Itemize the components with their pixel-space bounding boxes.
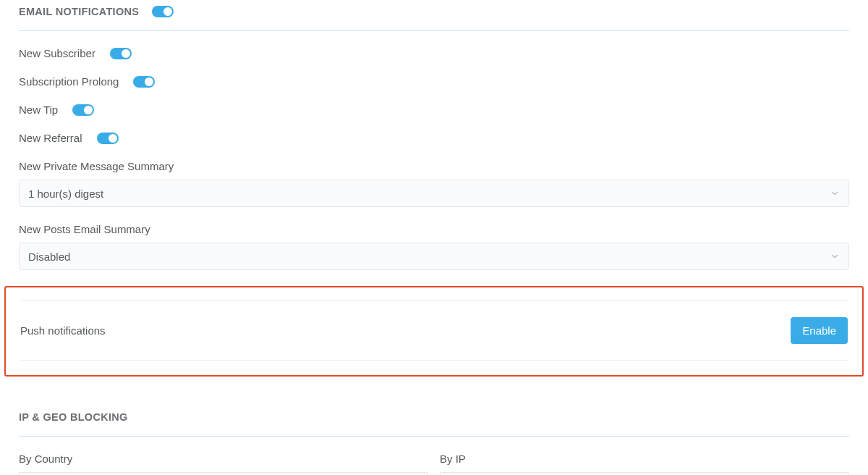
- by-ip-input[interactable]: [440, 472, 849, 475]
- private-message-summary-block: New Private Message Summary 1 hour(s) di…: [19, 160, 849, 207]
- chevron-down-icon: [830, 188, 840, 198]
- by-country-input[interactable]: [19, 472, 428, 475]
- by-ip-column: By IP: [440, 453, 849, 475]
- email-notifications-title: EMAIL NOTIFICATIONS: [19, 6, 139, 17]
- new-referral-row: New Referral: [19, 132, 849, 144]
- subscription-prolong-label: Subscription Prolong: [19, 75, 119, 88]
- new-tip-toggle[interactable]: [72, 104, 94, 116]
- posts-email-summary-value: Disabled: [28, 251, 70, 263]
- subscription-prolong-row: Subscription Prolong: [19, 75, 849, 88]
- email-notifications-heading: EMAIL NOTIFICATIONS: [19, 6, 849, 31]
- chevron-down-icon: [830, 251, 840, 261]
- new-referral-toggle[interactable]: [97, 133, 119, 144]
- new-tip-label: New Tip: [19, 104, 58, 116]
- divider: [20, 360, 848, 361]
- new-referral-label: New Referral: [19, 132, 82, 144]
- by-country-label: By Country: [19, 453, 428, 465]
- posts-email-summary-select[interactable]: Disabled: [19, 243, 849, 270]
- enable-push-button[interactable]: Enable: [791, 317, 848, 344]
- by-ip-label: By IP: [440, 453, 849, 465]
- new-subscriber-row: New Subscriber: [19, 47, 849, 59]
- new-subscriber-label: New Subscriber: [19, 47, 95, 59]
- subscription-prolong-toggle[interactable]: [133, 76, 155, 88]
- push-notifications-label: Push notifications: [20, 324, 106, 337]
- posts-email-summary-block: New Posts Email Summary Disabled: [19, 223, 849, 270]
- new-tip-row: New Tip: [19, 104, 849, 116]
- geo-blocking-columns: By Country By IP: [19, 453, 849, 475]
- push-notifications-row: Push notifications Enable: [20, 317, 848, 344]
- email-notifications-master-toggle[interactable]: [152, 6, 174, 17]
- private-message-summary-label: New Private Message Summary: [19, 160, 849, 172]
- private-message-summary-select[interactable]: 1 hour(s) digest: [19, 180, 849, 207]
- push-notifications-highlight: Push notifications Enable: [4, 286, 864, 377]
- by-country-column: By Country: [19, 453, 428, 475]
- posts-email-summary-label: New Posts Email Summary: [19, 223, 849, 235]
- private-message-summary-value: 1 hour(s) digest: [28, 188, 103, 200]
- divider: [20, 300, 848, 301]
- ip-geo-blocking-title: IP & GEO BLOCKING: [19, 411, 849, 437]
- new-subscriber-toggle[interactable]: [110, 48, 132, 59]
